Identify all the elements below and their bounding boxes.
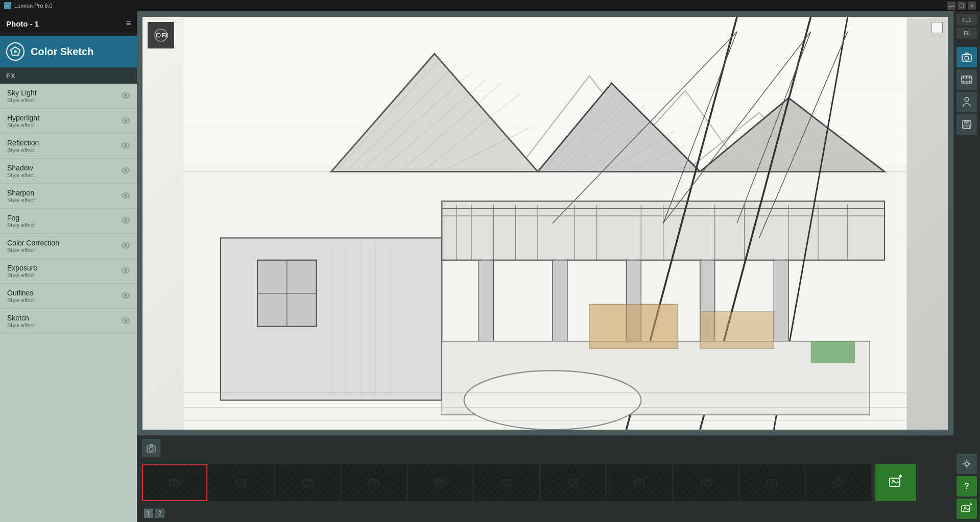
add-photo-button[interactable] (957, 499, 977, 519)
camera-toolbar-icon (146, 443, 156, 453)
svg-point-107 (156, 33, 160, 37)
film-slot-icon-7 (634, 477, 645, 489)
effect-text-hyperlight: Hyperlight Style effect (7, 114, 39, 128)
svg-point-1 (14, 50, 17, 53)
viewport-canvas: FX (142, 17, 948, 430)
minimize-button[interactable]: — (947, 2, 955, 10)
filmstrip-toolbar (137, 438, 953, 458)
film-slot-9[interactable] (739, 464, 805, 501)
page-button-2[interactable]: 2 (155, 509, 164, 518)
eye-icon-sky-light[interactable] (122, 92, 130, 100)
film-slot-4[interactable] (408, 464, 473, 501)
film-slot-3[interactable] (341, 464, 407, 501)
fx-label: FX (6, 72, 16, 80)
effect-item-sharpen[interactable]: Sharpen Style effect (0, 184, 137, 209)
pagination: 12 (137, 508, 953, 519)
effect-item-color-correction[interactable]: Color Correction Style effect (0, 234, 137, 259)
camera-toolbar-button[interactable] (142, 439, 160, 457)
svg-point-5 (125, 119, 127, 122)
effect-text-exposure: Exposure Style effect (7, 264, 37, 278)
effects-list: Sky Light Style effect Hyperlight Style … (0, 84, 137, 522)
right-sidebar: F11 F8 (953, 11, 980, 522)
effect-sub-outlines: Style effect (7, 297, 35, 303)
restore-button[interactable]: ❐ (958, 2, 966, 10)
center-panel: FX (137, 11, 953, 435)
effect-item-exposure[interactable]: Exposure Style effect (0, 259, 137, 284)
eye-icon-reflection[interactable] (122, 142, 130, 150)
f11-button[interactable]: F11 (957, 14, 977, 26)
eye-icon-hyperlight[interactable] (122, 117, 130, 125)
svg-point-3 (125, 94, 127, 97)
effect-text-fog: Fog Style effect (7, 214, 35, 228)
fx-overlay-button[interactable]: FX (148, 22, 174, 48)
center-area: FX (137, 11, 953, 522)
effect-sub-shadow: Style effect (7, 172, 35, 178)
svg-rect-96 (589, 304, 678, 349)
f8-button[interactable]: F8 (957, 28, 977, 39)
svg-rect-146 (966, 81, 967, 83)
film-slot-icon-0 (169, 477, 180, 489)
film-slot-2[interactable] (275, 464, 340, 501)
viewport-corner-button[interactable] (931, 22, 943, 33)
title-bar-controls[interactable]: — ❐ ✕ (947, 2, 976, 10)
effect-item-reflection[interactable]: Reflection Style effect (0, 134, 137, 159)
help-button[interactable]: ? (957, 476, 977, 496)
film-slot-icon-6 (567, 477, 579, 489)
effect-name-outlines: Outlines (7, 289, 35, 297)
effect-text-sketch: Sketch Style effect (7, 314, 35, 328)
eye-icon-sharpen[interactable] (122, 192, 130, 200)
svg-point-19 (125, 294, 127, 297)
camera-icon (961, 52, 972, 63)
eye-icon-outlines[interactable] (122, 292, 130, 300)
svg-point-138 (965, 56, 969, 60)
effect-item-hyperlight[interactable]: Hyperlight Style effect (0, 109, 137, 134)
eye-icon-shadow[interactable] (122, 167, 130, 175)
effect-item-sky-light[interactable]: Sky Light Style effect (0, 84, 137, 109)
svg-point-21 (125, 319, 127, 322)
filmstrip (137, 458, 953, 508)
video-mode-button[interactable] (957, 69, 977, 90)
eye-icon-color-correction[interactable] (122, 242, 130, 250)
svg-point-155 (964, 507, 966, 509)
effect-item-outlines[interactable]: Outlines Style effect (0, 284, 137, 309)
person-icon (961, 96, 972, 108)
film-slot-5[interactable] (474, 464, 539, 501)
svg-point-112 (173, 481, 177, 485)
film-slot-add[interactable] (875, 464, 916, 501)
svg-point-124 (571, 481, 575, 485)
page-button-1[interactable]: 1 (144, 509, 153, 518)
svg-point-114 (239, 481, 243, 485)
save-button[interactable] (957, 114, 977, 135)
person-mode-button[interactable] (957, 92, 977, 112)
svg-rect-97 (700, 312, 774, 349)
close-button[interactable]: ✕ (968, 2, 976, 10)
eye-icon-exposure[interactable] (122, 267, 130, 275)
film-slot-8[interactable] (673, 464, 738, 501)
film-slot-icon-5 (501, 477, 512, 489)
eye-icon-fog[interactable] (122, 217, 130, 225)
settings-button[interactable] (957, 454, 977, 474)
photo-header: Photo - 1 ≡ (0, 11, 137, 36)
photo-mode-button[interactable] (957, 47, 977, 67)
film-slot-6[interactable] (540, 464, 606, 501)
film-slot-1[interactable] (208, 464, 274, 501)
film-slot-7[interactable] (607, 464, 672, 501)
svg-point-128 (704, 481, 708, 485)
film-slot-icon-1 (235, 477, 247, 489)
effect-item-shadow[interactable]: Shadow Style effect (0, 159, 137, 184)
film-slot-0[interactable] (142, 464, 207, 501)
effect-sub-sky-light: Style effect (7, 97, 37, 103)
menu-icon[interactable]: ≡ (126, 19, 131, 28)
svg-point-13 (125, 219, 127, 222)
film-slot-10[interactable] (806, 464, 871, 501)
color-sketch-svg (10, 46, 21, 57)
effect-text-shadow: Shadow Style effect (7, 164, 35, 178)
film-slot-icon-8 (700, 477, 711, 489)
help-label: ? (964, 482, 969, 491)
effect-item-sketch[interactable]: Sketch Style effect (0, 309, 137, 334)
effect-item-fog[interactable]: Fog Style effect (0, 209, 137, 234)
svg-point-116 (305, 481, 309, 485)
eye-icon-sketch[interactable] (122, 317, 130, 325)
bottom-panel: 12 (137, 435, 953, 522)
svg-point-126 (637, 481, 641, 485)
